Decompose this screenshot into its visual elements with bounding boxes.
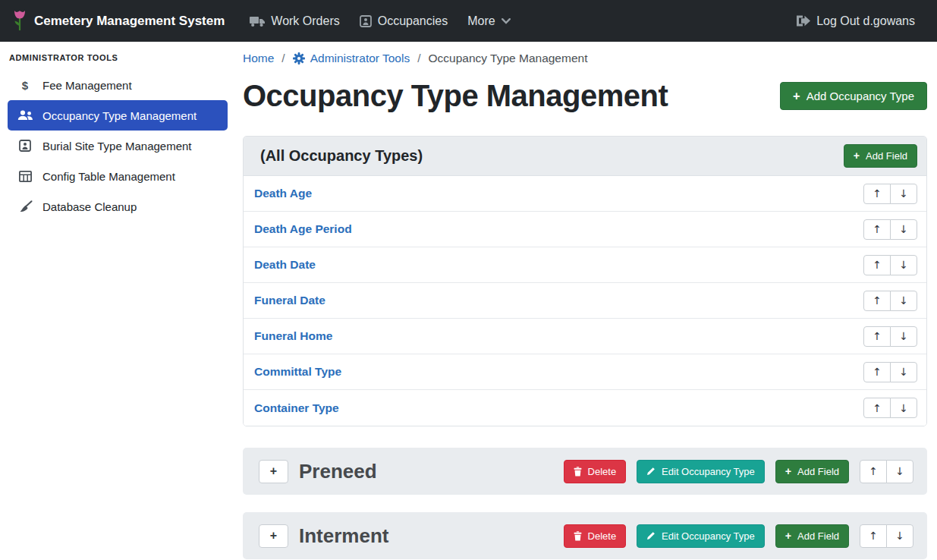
- chevron-down-icon: [502, 18, 511, 24]
- delete-label: Delete: [588, 530, 617, 542]
- reorder-buttons: ↑ ↓: [863, 219, 917, 240]
- brand[interactable]: Cemetery Management System: [12, 10, 225, 32]
- field-row: Funeral Home ↑ ↓: [244, 319, 926, 354]
- expand-button[interactable]: +: [259, 524, 288, 548]
- sign-out-icon: [797, 15, 810, 27]
- occupancy-type-section-interment: + Interment Delete: [243, 512, 927, 559]
- add-field-label: Add Field: [797, 530, 839, 542]
- arrow-down-icon: ↓: [895, 465, 904, 477]
- pencil-icon: [646, 467, 656, 476]
- breadcrumb-admin-tools-label: Administrator Tools: [310, 52, 410, 65]
- person-booth-icon: [16, 140, 34, 152]
- field-row: Death Age Period ↑ ↓: [244, 212, 926, 247]
- breadcrumb-admin-tools[interactable]: Administrator Tools: [293, 52, 410, 65]
- breadcrumb: Home / Administrator To: [243, 48, 927, 65]
- pencil-icon: [646, 531, 656, 540]
- move-down-button[interactable]: ↓: [890, 326, 917, 347]
- field-link-death-date[interactable]: Death Date: [254, 258, 316, 272]
- plus-icon: +: [270, 464, 277, 478]
- sidebar-item-label: Fee Management: [42, 79, 132, 92]
- delete-button[interactable]: Delete: [564, 460, 627, 483]
- field-link-death-age-period[interactable]: Death Age Period: [254, 222, 352, 236]
- table-icon: [16, 171, 34, 182]
- sidebar-item-config-table-management[interactable]: Config Table Management: [8, 161, 228, 191]
- reorder-buttons: ↑ ↓: [860, 460, 913, 483]
- field-row: Death Date ↑ ↓: [244, 247, 926, 283]
- move-up-button[interactable]: ↑: [863, 326, 891, 347]
- broom-icon: [16, 200, 34, 212]
- move-down-button[interactable]: ↓: [890, 398, 917, 418]
- main-content: Home / Administrator To: [235, 42, 937, 560]
- move-down-button[interactable]: ↓: [886, 524, 913, 548]
- add-occupancy-type-label: Add Occupancy Type: [807, 90, 914, 102]
- page-header: Occupancy Type Management + Add Occupanc…: [243, 79, 927, 113]
- move-down-button[interactable]: ↓: [890, 255, 917, 275]
- logout-label: Log Out d.gowans: [816, 14, 915, 28]
- nav-work-orders[interactable]: Work Orders: [240, 8, 349, 34]
- add-field-button[interactable]: + Add Field: [844, 144, 917, 168]
- arrow-up-icon: ↑: [873, 259, 882, 271]
- all-occupancy-types-card: (All Occupancy Types) + Add Field Death …: [243, 136, 927, 426]
- sidebar-item-label: Occupancy Type Management: [42, 109, 197, 122]
- arrow-down-icon: ↓: [899, 294, 908, 307]
- field-row: Committal Type ↑ ↓: [244, 354, 926, 390]
- move-down-button[interactable]: ↓: [890, 291, 917, 311]
- logout-link[interactable]: Log Out d.gowans: [787, 8, 925, 34]
- field-link-container-type[interactable]: Container Type: [254, 401, 339, 415]
- move-up-button[interactable]: ↑: [863, 398, 891, 418]
- field-link-committal-type[interactable]: Committal Type: [254, 365, 341, 379]
- sidebar-item-database-cleanup[interactable]: Database Cleanup: [8, 191, 228, 222]
- section-actions: Delete Edit Occupancy Type + Add Field ↑: [564, 524, 913, 548]
- add-field-label: Add Field: [797, 466, 839, 477]
- field-link-funeral-home[interactable]: Funeral Home: [254, 329, 332, 343]
- move-up-button[interactable]: ↑: [863, 291, 891, 311]
- reorder-buttons: ↑ ↓: [863, 291, 917, 311]
- expand-button[interactable]: +: [259, 460, 288, 483]
- field-link-death-age[interactable]: Death Age: [254, 187, 312, 200]
- add-field-label: Add Field: [866, 150, 907, 162]
- move-down-button[interactable]: ↓: [890, 219, 917, 240]
- delete-label: Delete: [588, 466, 617, 477]
- occupancy-type-section-preneed: + Preneed Delete: [243, 448, 927, 495]
- sidebar-item-occupancy-type-management[interactable]: Occupancy Type Management: [8, 100, 228, 131]
- move-up-button[interactable]: ↑: [863, 219, 891, 240]
- gear-icon: [293, 52, 305, 64]
- plus-icon: +: [785, 530, 791, 541]
- move-down-button[interactable]: ↓: [886, 460, 913, 483]
- field-link-funeral-date[interactable]: Funeral Date: [254, 294, 325, 307]
- page-title: Occupancy Type Management: [243, 79, 668, 113]
- move-up-button[interactable]: ↑: [863, 184, 891, 204]
- arrow-down-icon: ↓: [899, 187, 908, 200]
- nav-more[interactable]: More: [457, 8, 520, 34]
- field-row: Funeral Date ↑ ↓: [244, 283, 926, 319]
- sidebar: Administrator Tools $ Fee Management Occ…: [0, 42, 235, 560]
- add-field-button[interactable]: + Add Field: [775, 460, 849, 483]
- arrow-up-icon: ↑: [873, 187, 882, 200]
- add-occupancy-type-button[interactable]: + Add Occupancy Type: [780, 82, 927, 110]
- arrow-down-icon: ↓: [899, 330, 908, 342]
- move-up-button[interactable]: ↑: [863, 362, 891, 382]
- nav-occupancies[interactable]: Occupancies: [350, 8, 458, 34]
- breadcrumb-home[interactable]: Home: [243, 52, 274, 65]
- arrow-down-icon: ↓: [895, 530, 904, 542]
- arrow-up-icon: ↑: [869, 465, 878, 477]
- edit-occupancy-type-button[interactable]: Edit Occupancy Type: [637, 524, 765, 548]
- add-field-button[interactable]: + Add Field: [775, 524, 849, 548]
- sidebar-heading: Administrator Tools: [0, 46, 235, 70]
- move-down-button[interactable]: ↓: [890, 362, 917, 382]
- sidebar-item-fee-management[interactable]: $ Fee Management: [8, 70, 228, 100]
- move-up-button[interactable]: ↑: [860, 460, 887, 483]
- plus-icon: +: [793, 90, 800, 102]
- sidebar-item-burial-site-type-management[interactable]: Burial Site Type Management: [8, 131, 228, 161]
- edit-occupancy-type-button[interactable]: Edit Occupancy Type: [637, 460, 765, 483]
- move-down-button[interactable]: ↓: [890, 184, 917, 204]
- section-title: Preneed: [299, 460, 377, 483]
- sidebar-item-label: Burial Site Type Management: [42, 140, 192, 153]
- move-up-button[interactable]: ↑: [863, 255, 891, 275]
- arrow-down-icon: ↓: [899, 223, 908, 235]
- reorder-buttons: ↑ ↓: [863, 398, 917, 418]
- nav-occupancies-label: Occupancies: [378, 14, 448, 28]
- move-up-button[interactable]: ↑: [860, 524, 887, 548]
- top-navbar: Cemetery Management System Work Orders: [0, 0, 937, 42]
- delete-button[interactable]: Delete: [564, 524, 627, 548]
